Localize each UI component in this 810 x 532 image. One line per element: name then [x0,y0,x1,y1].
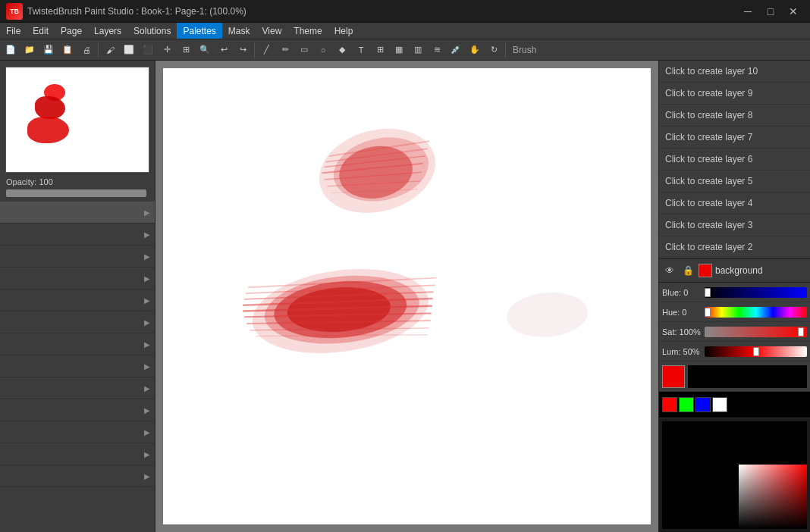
layer-create-8[interactable]: Click to create layer 8 [659,105,810,127]
layer-slot-arrow-4: ▶ [144,274,150,283]
menu-mask[interactable]: Mask [222,23,256,39]
left-layer-slot-7[interactable]: ▶ [0,333,155,355]
primary-color-swatch[interactable] [662,365,685,388]
layer-slot-arrow-1: ▶ [144,208,150,217]
layer-create-5[interactable]: Click to create layer 5 [659,171,810,192]
left-layer-slot-10[interactable]: ▶ [0,399,155,421]
menu-palettes[interactable]: Palettes [177,23,221,39]
menubar: File Edit Page Layers Solutions Palettes… [0,23,810,39]
tool-text[interactable]: T [352,41,370,59]
menu-solutions[interactable]: Solutions [127,23,177,39]
hue-slider-track[interactable] [705,307,807,318]
tool-zoom[interactable]: 🔍 [196,41,214,59]
menu-view[interactable]: View [256,23,288,39]
toolbar: 📄 📁 💾 📋 🖨 🖌 ⬜ ⬛ ✛ ⊞ 🔍 ↩ ↪ ╱ ✏ ▭ ○ ◆ T ⊞ … [0,39,810,61]
left-layer-slot-12[interactable]: ▶ [0,443,155,465]
tool-rotate[interactable]: ↻ [485,41,503,59]
layer-create-7[interactable]: Click to create layer 7 [659,127,810,149]
tool-select[interactable]: ⬛ [139,41,157,59]
left-layer-slot-5[interactable]: ▶ [0,289,155,311]
color-preset-blue[interactable] [695,397,711,412]
tool-new[interactable]: 📄 [2,41,20,59]
tool-eraser[interactable]: ⬜ [120,41,138,59]
tool-grid[interactable]: ⊞ [371,41,389,59]
lum-slider-row: Lum: 50% [659,342,810,361]
color-preset-red[interactable] [662,397,677,412]
left-layer-slot-2[interactable]: ▶ [0,224,155,246]
blue-label: Blue: 0 [662,288,702,297]
layer-create-10[interactable]: Click to create layer 10 [659,61,810,83]
color-preset-white[interactable] [712,397,727,412]
layer-create-3[interactable]: Click to create layer 3 [659,214,810,236]
layer-slot-arrow-13: ▶ [144,472,150,480]
color-wheel-area[interactable] [662,421,807,529]
left-layer-slots: ▶ ▶ ▶ ▶ ▶ ▶ ▶ ▶ ▶ [0,202,155,532]
tool-redo[interactable]: ↪ [234,41,252,59]
hue-slider-row: Hue: 0 [659,302,810,322]
tool-fill[interactable]: ◆ [333,41,351,59]
layer-create-4[interactable]: Click to create layer 4 [659,192,810,214]
layer-create-6[interactable]: Click to create layer 6 [659,149,810,171]
maximize-button[interactable]: □ [760,4,781,19]
menu-edit[interactable]: Edit [27,23,55,39]
color-preset-green[interactable] [679,397,694,412]
hue-label: Hue: 0 [662,308,702,317]
tool-save[interactable]: 💾 [39,41,58,59]
layer-create-2[interactable]: Click to create layer 2 [659,236,810,258]
tool-smudge[interactable]: ≋ [428,41,446,59]
svg-point-23 [505,289,590,341]
tool-print[interactable]: 🖨 [77,41,96,59]
left-layer-slot-1[interactable]: ▶ [0,202,155,224]
left-layer-slot-11[interactable]: ▶ [0,421,155,443]
sat-label: Sat: 100% [662,327,702,336]
layer-create-9[interactable]: Click to create layer 9 [659,83,810,105]
tool-ellipse[interactable]: ○ [314,41,332,59]
left-layer-slot-6[interactable]: ▶ [0,311,155,333]
tool-move[interactable]: ✛ [158,41,176,59]
tool-label: Brush [508,45,541,55]
tool-eyedrop[interactable]: 💉 [447,41,465,59]
layer-slot-arrow-3: ▶ [144,252,150,261]
menu-page[interactable]: Page [55,23,88,39]
tool-open[interactable]: 📁 [20,41,39,59]
tool-pattern[interactable]: ▦ [390,41,408,59]
tool-rect[interactable]: ▭ [295,41,313,59]
layer-visibility-toggle[interactable]: 👁 [662,263,677,278]
left-layer-slot-13[interactable]: ▶ [0,465,155,487]
tool-undo[interactable]: ↩ [215,41,233,59]
left-layer-slot-4[interactable]: ▶ [0,268,155,289]
left-layer-slot-3[interactable]: ▶ [0,246,155,268]
sat-slider-track[interactable] [705,327,807,337]
tool-pencil[interactable]: ✏ [276,41,294,59]
tool-transform[interactable]: ⊞ [177,41,195,59]
color-wheel-svg [739,465,807,529]
opacity-slider[interactable] [6,189,146,197]
tool-brush[interactable]: 🖌 [101,41,119,59]
menu-help[interactable]: Help [328,23,359,39]
tool-save-as[interactable]: 📋 [58,41,77,59]
menu-file[interactable]: File [0,23,27,39]
menu-layers[interactable]: Layers [88,23,127,39]
layer-slot-arrow-11: ▶ [144,428,150,437]
layer-slot-arrow-6: ▶ [144,318,150,327]
lum-slider-thumb [753,347,759,356]
layer-slot-arrow-10: ▶ [144,406,150,415]
layer-lock-toggle[interactable]: 🔒 [680,263,695,278]
tool-filter[interactable]: ▥ [409,41,427,59]
left-layer-slot-9[interactable]: ▶ [0,377,155,399]
blue-slider-track[interactable] [705,287,807,298]
close-button[interactable]: ✕ [783,4,804,19]
right-panel: Click to create layer 10 Click to create… [658,61,810,532]
background-layer-row: 👁 🔒 background [659,258,810,283]
menu-theme[interactable]: Theme [287,23,328,39]
color-bottom [659,392,810,532]
tool-line[interactable]: ╱ [257,41,275,59]
tool-hand[interactable]: ✋ [466,41,484,59]
window-controls: ─ □ ✕ [737,4,804,19]
minimize-button[interactable]: ─ [737,4,758,19]
blue-slider-row: Blue: 0 [659,283,810,302]
lum-slider-track[interactable] [705,346,807,357]
canvas-area[interactable] [155,61,658,532]
left-layer-slot-8[interactable]: ▶ [0,355,155,377]
opacity-label: Opacity: 100 [0,176,155,188]
